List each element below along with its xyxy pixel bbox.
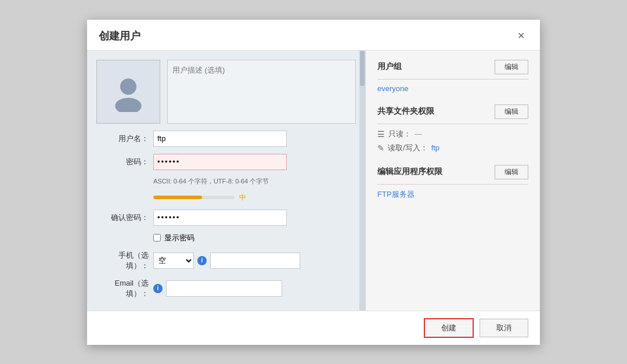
readonly-item: ☰ 只读： — [377,129,528,139]
strength-fill [153,196,202,199]
username-label: 用户名： [96,134,149,144]
username-input[interactable] [153,131,287,147]
strength-bar [153,196,235,199]
close-button[interactable]: ✕ [514,29,528,42]
show-password-row: 显示密码 [153,233,356,243]
readwrite-label: 读取/写入： [388,143,428,153]
create-button[interactable]: 创建 [424,318,474,338]
username-row: 用户名： [96,131,356,147]
strength-bar-row: 中 [153,193,356,203]
app-privilege-edit-button[interactable]: 编辑 [495,165,528,179]
cancel-button[interactable]: 取消 [480,319,528,337]
readonly-icon: ☰ [377,129,385,139]
dialog-title: 创建用户 [99,29,140,43]
dialog-title-bar: 创建用户 ✕ [87,20,540,51]
create-user-dialog: 创建用户 ✕ 用户名： 密码： [87,20,540,345]
app-privilege-section: 编辑应用程序权限 编辑 FTP服务器 [377,165,528,200]
user-group-title: 用户组 [377,62,402,72]
email-controls: i [153,280,356,297]
shared-folder-title: 共享文件夹权限 [377,106,434,117]
email-info-icon[interactable]: i [153,284,163,293]
email-row: Email（选填）： i [96,278,356,299]
user-group-divider [377,79,528,80]
readonly-label: 只读： [388,129,411,139]
scroll-thumb [360,51,365,86]
avatar-desc-row [96,60,356,124]
email-input[interactable] [166,280,282,297]
strength-label: 中 [239,193,246,203]
readwrite-icon: ✎ [377,143,384,153]
app-privilege-title: 编辑应用程序权限 [377,167,442,177]
shared-folder-header: 共享文件夹权限 编辑 [377,104,528,119]
scrollbar[interactable] [359,51,365,311]
password-label: 密码： [96,157,149,167]
confirm-password-input[interactable] [153,210,287,226]
show-password-label[interactable]: 显示密码 [164,233,194,243]
description-textarea[interactable] [167,60,356,124]
svg-point-0 [120,78,136,95]
password-input[interactable] [153,154,287,170]
phone-row: 手机（选填）： 空 i [96,250,356,271]
user-group-header: 用户组 编辑 [377,60,528,74]
shared-folder-edit-button[interactable]: 编辑 [495,104,528,119]
app-privilege-value[interactable]: FTP服务器 [377,189,528,200]
user-group-value[interactable]: everyone [377,84,528,93]
readonly-value: — [415,129,422,138]
app-privilege-divider [377,184,528,185]
phone-country-select[interactable]: 空 [153,253,194,269]
email-label: Email（选填）： [96,278,149,299]
user-group-edit-button[interactable]: 编辑 [495,60,528,74]
shared-folder-section: 共享文件夹权限 编辑 ☰ 只读： — ✎ 读取/写入： ftp [377,104,528,153]
show-password-checkbox[interactable] [153,234,161,242]
phone-controls: 空 i [153,253,356,269]
dialog-body: 用户名： 密码： ASCII: 0-64 个字符，UTF-8: 0-64 个字节… [87,51,540,311]
confirm-password-row: 确认密码： [96,210,356,226]
dialog-footer: 创建 取消 [87,311,540,345]
user-group-section: 用户组 编辑 everyone [377,60,528,93]
app-privilege-header: 编辑应用程序权限 编辑 [377,165,528,179]
avatar[interactable] [96,60,160,124]
phone-info-icon[interactable]: i [197,256,207,265]
password-row: 密码： [96,154,356,170]
svg-point-1 [115,98,142,112]
readwrite-item: ✎ 读取/写入： ftp [377,143,528,153]
readwrite-value[interactable]: ftp [431,143,439,152]
shared-folder-divider [377,124,528,124]
right-panel: 用户组 编辑 everyone 共享文件夹权限 编辑 ☰ 只读： — [366,51,540,311]
phone-label: 手机（选填）： [96,250,149,271]
password-hint: ASCII: 0-64 个字符，UTF-8: 0-64 个字节 [153,177,356,186]
phone-input[interactable] [210,253,300,269]
left-panel: 用户名： 密码： ASCII: 0-64 个字符，UTF-8: 0-64 个字节… [87,51,366,311]
confirm-password-label: 确认密码： [96,212,149,223]
